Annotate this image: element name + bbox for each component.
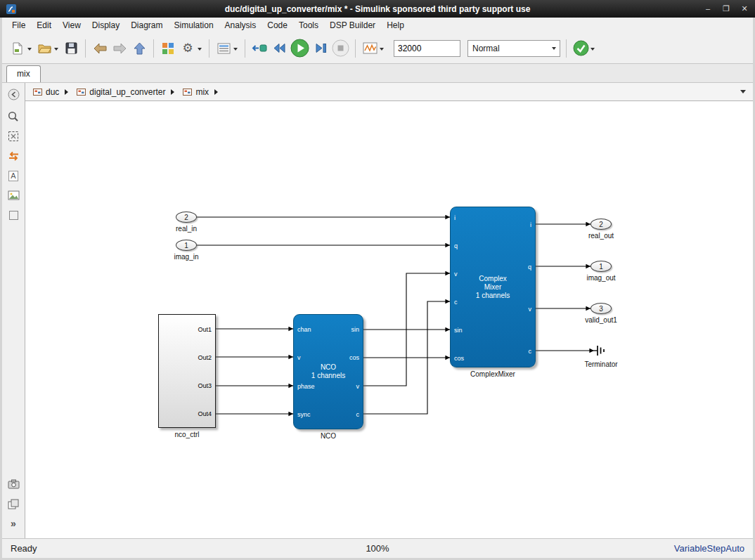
- fit-view-icon: [8, 131, 19, 142]
- model-advisor-caret[interactable]: [591, 48, 595, 53]
- outport-real_out[interactable]: 2: [591, 219, 612, 230]
- tab-mix[interactable]: mix: [6, 65, 41, 82]
- image-button[interactable]: [6, 188, 21, 203]
- menu-display[interactable]: Display: [86, 18, 125, 32]
- menu-edit[interactable]: Edit: [31, 18, 57, 32]
- model-canvas[interactable]: 2 real_in 1 imag_in Out1 Out2 Out3 Out4 …: [25, 101, 753, 538]
- open-button[interactable]: [36, 38, 53, 59]
- menu-diagram[interactable]: Diagram: [125, 18, 168, 32]
- titlebar: duc/digital_up_converter/mix * - Simulin…: [0, 0, 755, 18]
- block-complex-mixer-label: ComplexMixer: [454, 370, 531, 378]
- inport-imag_in[interactable]: 1: [176, 240, 197, 251]
- status-ready: Ready: [11, 543, 366, 554]
- outport-imag_out[interactable]: 1: [591, 261, 612, 272]
- window-controls: – ❐ ✕: [703, 0, 749, 18]
- port-label-c-out: c: [356, 410, 360, 419]
- snapshot-button[interactable]: [6, 476, 21, 492]
- model-icon: [77, 88, 86, 96]
- model-icon: [183, 88, 192, 96]
- breadcrumb-separator-icon: [65, 89, 71, 95]
- breadcrumb-item-duc[interactable]: duc: [32, 87, 60, 97]
- port-label-out1: Out1: [198, 325, 212, 334]
- sim-mode-caret: [552, 47, 556, 52]
- block-title-line: NCO: [321, 363, 336, 372]
- hide-browser-button[interactable]: [6, 86, 21, 102]
- forward-button[interactable]: [111, 38, 128, 59]
- connect-target-button[interactable]: [251, 38, 268, 59]
- port-number: 3: [599, 305, 603, 313]
- area-button[interactable]: [6, 207, 21, 223]
- menu-analysis[interactable]: Analysis: [219, 18, 262, 32]
- block-terminator[interactable]: [594, 344, 607, 359]
- port-label-q-out: q: [528, 263, 531, 271]
- fit-view-button[interactable]: [6, 129, 21, 144]
- block-nco[interactable]: NCO 1 channels chan v phase sync sin cos…: [293, 314, 363, 429]
- new-model-button[interactable]: [9, 38, 26, 59]
- menu-code[interactable]: Code: [262, 18, 293, 32]
- model-config-caret[interactable]: [233, 48, 238, 53]
- port-label-sin: sin: [351, 325, 359, 334]
- simulink-app-icon: [6, 4, 17, 15]
- breadcrumb-dropdown-button[interactable]: [740, 90, 746, 96]
- gear-icon: ⚙: [182, 42, 193, 54]
- direction-button[interactable]: [6, 148, 21, 164]
- new-model-caret[interactable]: [27, 48, 32, 53]
- maximize-button[interactable]: ❐: [721, 0, 731, 18]
- menu-tools[interactable]: Tools: [293, 18, 324, 32]
- block-title-line: 1 channels: [311, 372, 345, 380]
- model-config-button[interactable]: [215, 38, 232, 59]
- port-label-i-in: i: [454, 214, 456, 222]
- editor-main: duc digital_up_converter mix: [25, 83, 753, 538]
- breadcrumb-item-mix[interactable]: mix: [182, 87, 209, 97]
- open-caret[interactable]: [54, 48, 58, 53]
- outport-valid_out1[interactable]: 3: [591, 303, 612, 314]
- menu-view[interactable]: View: [57, 18, 86, 32]
- step-forward-icon: [314, 43, 328, 53]
- step-forward-button[interactable]: [312, 38, 329, 59]
- block-title-line: 1 channels: [476, 292, 510, 300]
- breadcrumb-label: duc: [46, 87, 59, 97]
- step-back-button[interactable]: [271, 38, 288, 59]
- up-button[interactable]: [131, 38, 148, 59]
- copy-view-icon: [8, 499, 19, 509]
- inport-real_in-label: real_in: [148, 225, 225, 233]
- run-icon: [290, 39, 309, 58]
- status-solver[interactable]: VariableStepAuto: [389, 543, 744, 554]
- port-label-out3: Out3: [198, 382, 212, 390]
- stop-button[interactable]: [332, 38, 349, 59]
- block-terminator-label: Terminator: [562, 360, 640, 368]
- scope-icon: [363, 42, 378, 54]
- content-area: A » duc: [2, 83, 753, 538]
- settings-button[interactable]: ⚙: [179, 38, 196, 59]
- annotation-button[interactable]: A: [6, 168, 21, 183]
- port-label-sync: sync: [297, 410, 311, 419]
- model-advisor-button[interactable]: [572, 38, 589, 59]
- settings-caret[interactable]: [198, 48, 202, 53]
- simulation-display-caret[interactable]: [380, 48, 384, 53]
- block-complex-mixer[interactable]: Complex Mixer 1 channels i q v c sin cos…: [450, 207, 536, 367]
- close-button[interactable]: ✕: [740, 0, 749, 18]
- port-number: 1: [184, 242, 188, 249]
- toolbar-separator: [85, 39, 86, 58]
- menu-simulation[interactable]: Simulation: [169, 18, 219, 32]
- breadcrumb-item-digital_up_converter[interactable]: digital_up_converter: [76, 87, 166, 97]
- stop-time-input[interactable]: [394, 40, 460, 57]
- menu-help[interactable]: Help: [381, 18, 410, 32]
- model-config-icon: [217, 43, 231, 54]
- back-button[interactable]: [91, 38, 108, 59]
- copy-view-button[interactable]: [6, 496, 21, 512]
- save-button[interactable]: [63, 38, 79, 59]
- menu-file[interactable]: File: [6, 18, 31, 32]
- minimize-button[interactable]: –: [703, 0, 713, 18]
- sim-mode-select[interactable]: Normal: [467, 40, 560, 57]
- library-browser-button[interactable]: [160, 38, 176, 59]
- block-nco_ctrl[interactable]: Out1 Out2 Out3 Out4: [158, 314, 216, 428]
- menu-dsp-builder[interactable]: DSP Builder: [324, 18, 381, 32]
- run-button[interactable]: [290, 38, 309, 59]
- expand-palette-button[interactable]: »: [6, 516, 21, 531]
- inport-real_in[interactable]: 2: [176, 211, 197, 223]
- window-frame: File Edit View Display Diagram Simulatio…: [0, 18, 755, 560]
- simulation-display-button[interactable]: [361, 38, 378, 59]
- port-label-i-out: i: [530, 221, 531, 229]
- zoom-button[interactable]: [6, 109, 21, 124]
